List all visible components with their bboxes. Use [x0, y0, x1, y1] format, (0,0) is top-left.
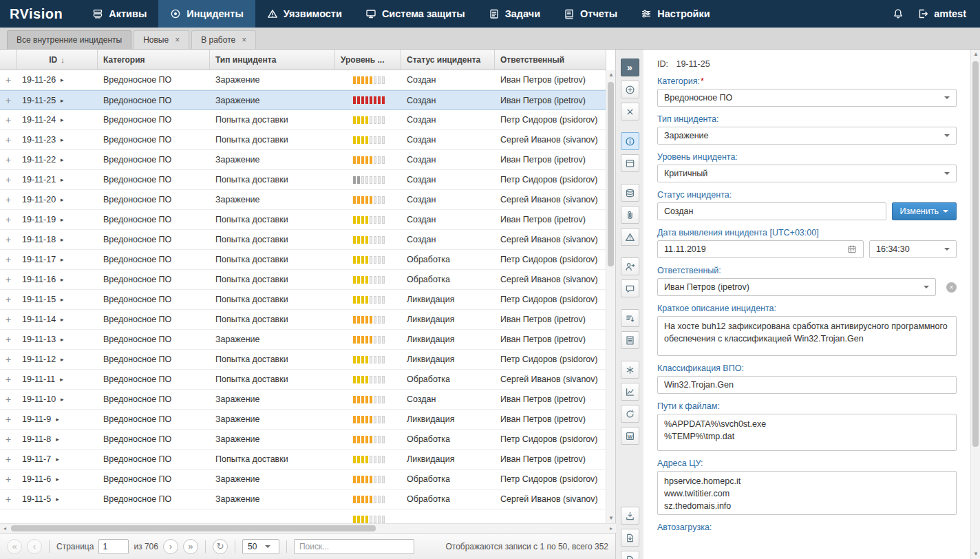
export-all-button[interactable]	[621, 551, 639, 559]
description-textarea[interactable]: На хосте buh12 зафиксирована сработка ан…	[657, 316, 957, 356]
tab-in-progress[interactable]: В работе ×	[191, 30, 256, 49]
tab-new[interactable]: Новые ×	[134, 30, 189, 49]
row-expander[interactable]: +	[0, 494, 17, 505]
nav-item-tasks[interactable]: Задачи	[477, 0, 552, 28]
scroll-thumb[interactable]	[972, 61, 979, 447]
table-row[interactable]: +19-11-5▸Вредоносное ПОЗаражениеОбработк…	[0, 489, 606, 509]
row-open-arrow-icon[interactable]: ▸	[61, 116, 64, 123]
row-expander[interactable]: +	[0, 194, 17, 205]
table-row[interactable]: +19-11-20▸Вредоносное ПОЗаражениеСозданС…	[0, 190, 606, 210]
refresh-button[interactable]: ↻	[213, 539, 228, 554]
column-header-status[interactable]: Статус инцидента	[401, 50, 495, 70]
column-header-level[interactable]: Уровень ...	[335, 50, 401, 70]
column-header-category[interactable]: Категория	[98, 50, 210, 70]
row-open-arrow-icon[interactable]: ▸	[61, 396, 64, 403]
attachments-button[interactable]	[621, 206, 639, 224]
row-open-arrow-icon[interactable]: ▸	[61, 216, 64, 223]
table-row[interactable]	[0, 509, 606, 523]
c2-addresses-textarea[interactable]: hpservice.homepc.it www.twititier.com sz…	[657, 471, 957, 515]
card-view-button[interactable]	[621, 154, 639, 172]
tab-all-internal-incidents[interactable]: Все внутренние инциденты	[7, 30, 131, 49]
row-expander[interactable]: +	[0, 114, 17, 125]
metrics-button[interactable]	[621, 383, 639, 401]
table-row[interactable]: +19-11-10▸Вредоносное ПОЗаражениеСозданИ…	[0, 390, 606, 410]
scroll-left-icon[interactable]: ◂	[0, 524, 10, 534]
column-header-type[interactable]: Тип инцидента	[210, 50, 335, 70]
nav-item-settings[interactable]: Настройки	[629, 0, 722, 28]
row-expander[interactable]: +	[0, 134, 17, 145]
delete-button[interactable]	[621, 103, 639, 120]
owner-select[interactable]: Иван Петров (ipetrov)	[657, 278, 936, 296]
tab-close-icon[interactable]: ×	[242, 36, 246, 44]
last-page-button[interactable]: »	[183, 539, 198, 554]
workflow-button[interactable]	[621, 309, 639, 327]
table-row[interactable]: +19-11-12▸Вредоносное ПОПопытка доставки…	[0, 350, 606, 370]
row-expander[interactable]: +	[0, 294, 17, 305]
row-open-arrow-icon[interactable]: ▸	[61, 76, 64, 83]
row-open-arrow-icon[interactable]: ▸	[61, 276, 64, 283]
row-open-arrow-icon[interactable]: ▸	[61, 196, 64, 203]
scroll-down-icon[interactable]: ▼	[971, 549, 980, 559]
incident-level-select[interactable]: Критичный	[657, 165, 957, 182]
row-expander[interactable]: +	[0, 374, 17, 385]
calendar-icon[interactable]	[847, 244, 857, 254]
row-open-arrow-icon[interactable]: ▸	[61, 97, 64, 104]
table-row[interactable]: +19-11-22▸Вредоносное ПОЗаражениеСозданИ…	[0, 150, 606, 170]
table-row[interactable]: +19-11-6▸Вредоносное ПОЗаражениеОбработк…	[0, 470, 606, 489]
table-row[interactable]: +19-11-21▸Вредоносное ПОПопытка доставки…	[0, 170, 606, 190]
table-row[interactable]: +19-11-17▸Вредоносное ПОПопытка доставки…	[0, 250, 606, 270]
row-expander[interactable]: +	[0, 234, 17, 245]
table-row[interactable]: +19-11-11▸Вредоносное ПОПопытка доставки…	[0, 370, 606, 390]
word-export-button[interactable]: W	[621, 427, 639, 445]
table-row[interactable]: +19-11-9▸Вредоносное ПОЗаражениеЛиквидац…	[0, 410, 606, 430]
row-open-arrow-icon[interactable]: ▸	[60, 376, 63, 383]
automation-button[interactable]	[621, 361, 639, 379]
bell-icon[interactable]	[893, 8, 904, 19]
row-expander[interactable]: +	[0, 394, 17, 405]
prev-page-button[interactable]: ‹	[27, 539, 42, 554]
next-page-button[interactable]: ›	[163, 539, 178, 554]
import-button[interactable]	[621, 507, 639, 525]
file-paths-textarea[interactable]: %APPDATA%\svch0st.exe %TEMP%\tmp.dat	[657, 414, 957, 451]
user-menu[interactable]: amtest	[917, 8, 966, 19]
table-row[interactable]: +19-11-13▸Вредоносное ПОЗаражениеЛиквида…	[0, 330, 606, 350]
row-open-arrow-icon[interactable]: ▸	[61, 256, 64, 263]
table-row[interactable]: +19-11-24▸Вредоносное ПОПопытка доставки…	[0, 110, 606, 130]
row-open-arrow-icon[interactable]: ▸	[56, 496, 59, 503]
row-open-arrow-icon[interactable]: ▸	[56, 416, 59, 423]
row-open-arrow-icon[interactable]: ▸	[61, 336, 64, 343]
category-select[interactable]: Вредоносное ПО	[657, 89, 957, 107]
scroll-up-icon[interactable]: ▲	[971, 50, 980, 59]
scroll-thumb[interactable]	[608, 82, 614, 266]
column-header-id[interactable]: ID↓	[17, 50, 98, 70]
nav-item-incidents[interactable]: Инциденты	[158, 0, 255, 28]
tab-close-icon[interactable]: ×	[175, 36, 180, 44]
row-open-arrow-icon[interactable]: ▸	[61, 356, 64, 363]
scroll-down-icon[interactable]: ▼	[606, 514, 616, 523]
row-open-arrow-icon[interactable]: ▸	[56, 476, 59, 483]
row-open-arrow-icon[interactable]: ▸	[61, 136, 64, 143]
detect-date-input[interactable]: 11.11.2019	[657, 240, 864, 258]
row-expander[interactable]: +	[0, 274, 17, 285]
add-button[interactable]	[621, 81, 639, 98]
row-open-arrow-icon[interactable]: ▸	[61, 316, 64, 323]
nav-item-defense[interactable]: Система защиты	[354, 0, 477, 28]
table-row[interactable]: +19-11-18▸Вредоносное ПОПопытка доставки…	[0, 230, 606, 250]
log-button[interactable]	[621, 331, 639, 349]
search-input[interactable]	[294, 539, 414, 554]
row-open-arrow-icon[interactable]: ▸	[56, 436, 59, 443]
table-row[interactable]: +19-11-25▸Вредоносное ПОЗаражениеСозданИ…	[0, 90, 606, 110]
row-expander[interactable]: +	[0, 474, 17, 485]
incident-type-select[interactable]: Заражение	[657, 127, 957, 145]
row-open-arrow-icon[interactable]: ▸	[61, 236, 64, 243]
assign-user-button[interactable]	[621, 257, 639, 275]
table-vertical-scrollbar[interactable]: ▲ ▼	[606, 70, 615, 523]
nav-item-assets[interactable]: Активы	[81, 0, 158, 28]
table-row[interactable]: +19-11-14▸Вредоносное ПОПопытка доставки…	[0, 310, 606, 330]
row-expander[interactable]: +	[0, 314, 17, 325]
table-row[interactable]: +19-11-8▸Вредоносное ПОЗаражениеОбработк…	[0, 430, 606, 450]
related-assets-button[interactable]	[621, 184, 639, 202]
scroll-thumb[interactable]	[11, 525, 376, 531]
row-expander[interactable]: +	[0, 434, 17, 445]
row-expander[interactable]: +	[0, 74, 17, 85]
